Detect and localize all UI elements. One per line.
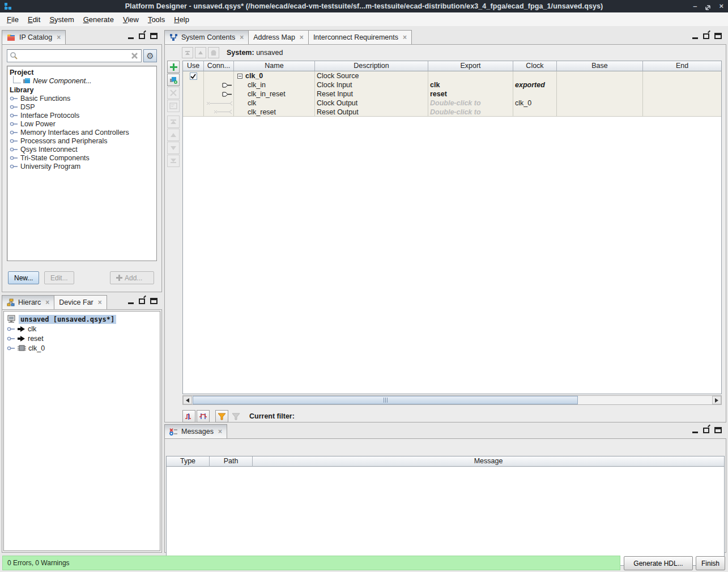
expander-icon[interactable] <box>10 147 18 152</box>
table-row-clk[interactable]: clk Clock Output Double-click to clk_0 <box>183 99 721 108</box>
add-component-button[interactable] <box>167 61 180 73</box>
close-icon[interactable]: × <box>217 428 222 436</box>
tree-item-memory-interfaces[interactable]: Memory Interfaces and Controllers <box>7 128 156 136</box>
col-connections[interactable]: Conn... <box>204 61 234 71</box>
table-row-clk-reset[interactable]: clk_reset Reset Output Double-click to <box>183 108 721 117</box>
expander-icon[interactable] <box>10 138 18 144</box>
menu-view[interactable]: View <box>118 14 143 25</box>
expander-icon[interactable] <box>10 155 18 161</box>
remove-component-button[interactable] <box>167 87 180 99</box>
show-signals-button[interactable] <box>182 410 195 422</box>
edit-button[interactable]: Edit... <box>44 271 74 284</box>
close-icon[interactable]: × <box>44 298 49 306</box>
panel-maximize-icon[interactable] <box>714 33 722 39</box>
panel-maximize-icon[interactable] <box>150 298 157 304</box>
expander-icon[interactable] <box>10 130 18 135</box>
restore-icon[interactable] <box>705 2 711 11</box>
tree-item-low-power[interactable]: Low Power <box>7 119 156 128</box>
col-clock[interactable]: Clock <box>513 61 557 71</box>
menu-help[interactable]: Help <box>169 14 194 25</box>
new-button[interactable]: New... <box>8 271 39 284</box>
port-icon[interactable] <box>222 92 232 97</box>
connection-line-icon[interactable] <box>206 101 232 106</box>
tree-item-dsp[interactable]: DSP <box>7 103 156 111</box>
close-icon[interactable]: × <box>299 33 304 41</box>
table-row-clk0[interactable]: clk_0 Clock Source <box>183 71 721 80</box>
move-top-button[interactable] <box>167 116 180 128</box>
move-up-button[interactable] <box>195 47 206 58</box>
expander-icon[interactable] <box>10 164 18 169</box>
tree-item-basic-functions[interactable]: Basic Functions <box>7 94 156 103</box>
menu-system[interactable]: System <box>45 14 78 25</box>
edit-component-button[interactable] <box>167 74 180 86</box>
col-use[interactable]: Use <box>183 61 204 71</box>
tab-address-map[interactable]: Address Map × <box>248 30 309 44</box>
collapse-toggle[interactable] <box>237 74 242 79</box>
tree-item-tri-state[interactable]: Tri-State Components <box>7 153 156 162</box>
panel-float-icon[interactable] <box>139 298 145 304</box>
scroll-right-icon[interactable] <box>712 396 721 404</box>
col-base[interactable]: Base <box>557 61 643 71</box>
tree-item-qsys-interconnect[interactable]: Qsys Interconnect <box>7 145 156 153</box>
panel-maximize-icon[interactable] <box>714 427 722 433</box>
search-input[interactable] <box>19 50 130 62</box>
menu-file[interactable]: File <box>2 14 23 25</box>
expander-icon[interactable] <box>7 326 15 332</box>
panel-minimize-icon[interactable] <box>692 37 698 39</box>
expander-icon[interactable] <box>10 121 18 127</box>
menu-edit[interactable]: Edit <box>23 14 45 25</box>
move-up-button[interactable] <box>167 129 180 141</box>
close-icon[interactable]: × <box>97 298 102 306</box>
hierarchy-root[interactable]: unsaved [unsaved.qsys*] <box>4 314 160 324</box>
panel-minimize-icon[interactable] <box>128 37 134 39</box>
add-button[interactable]: Add... <box>110 271 154 284</box>
col-path[interactable]: Path <box>210 456 253 467</box>
col-message[interactable]: Message <box>253 456 724 467</box>
go-to-parent-button[interactable] <box>208 47 219 58</box>
tree-item-new-component[interactable]: New Component... <box>7 76 156 86</box>
horizontal-scrollbar[interactable] <box>182 395 722 405</box>
panel-maximize-icon[interactable] <box>150 33 157 39</box>
expander-icon[interactable] <box>10 104 18 110</box>
finish-button[interactable]: Finish <box>696 556 725 570</box>
tab-hierarchy[interactable]: Hierarc × <box>2 295 54 309</box>
col-end[interactable]: End <box>643 61 721 71</box>
menu-tools[interactable]: Tools <box>143 14 169 25</box>
move-bottom-button[interactable] <box>167 155 180 167</box>
scroll-left-icon[interactable] <box>183 396 192 404</box>
col-description[interactable]: Description <box>315 61 428 71</box>
col-name[interactable]: Name <box>234 61 315 71</box>
minimize-icon[interactable]: – <box>693 0 697 12</box>
panel-float-icon[interactable] <box>703 428 709 433</box>
tab-ip-catalog[interactable]: IP Catalog × <box>2 30 66 44</box>
table-row-clk-in-reset[interactable]: clk_in_reset Reset Input reset <box>183 89 721 99</box>
show-interfaces-button[interactable] <box>197 410 210 422</box>
close-icon[interactable]: × <box>239 33 244 41</box>
use-checkbox[interactable] <box>190 72 197 80</box>
tree-item-interface-protocols[interactable]: Interface Protocols <box>7 111 156 119</box>
expander-icon[interactable] <box>10 113 18 118</box>
tab-system-contents[interactable]: System Contents × <box>164 30 249 44</box>
generate-hdl-button[interactable]: Generate HDL... <box>624 556 693 570</box>
panel-float-icon[interactable] <box>703 33 709 39</box>
connection-line-icon[interactable] <box>213 109 232 114</box>
scrollbar-thumb[interactable] <box>193 396 578 404</box>
clear-filter-button[interactable] <box>229 410 242 422</box>
expander-icon[interactable] <box>10 96 18 101</box>
table-row-clk-in[interactable]: clk_in Clock Input clk exported <box>183 80 721 89</box>
panel-float-icon[interactable] <box>139 33 145 39</box>
tab-interconnect-requirements[interactable]: Interconnect Requirements × <box>308 30 412 44</box>
move-down-button[interactable] <box>167 142 180 154</box>
tab-device-family[interactable]: Device Far × <box>54 295 107 309</box>
search-settings-button[interactable]: ⚙ <box>143 49 157 62</box>
move-to-top-button[interactable] <box>182 47 193 58</box>
close-icon[interactable]: × <box>402 33 407 41</box>
panel-minimize-icon[interactable] <box>692 432 698 433</box>
clear-search-icon[interactable] <box>130 52 139 60</box>
tab-messages[interactable]: Messages × <box>164 424 227 438</box>
panel-minimize-icon[interactable] <box>128 302 134 304</box>
filter-button[interactable] <box>215 410 228 422</box>
hierarchy-item-clk[interactable]: clk <box>4 324 160 334</box>
hierarchy-item-clk0[interactable]: clk_0 <box>4 343 160 353</box>
tree-item-university-program[interactable]: University Program <box>7 162 156 170</box>
